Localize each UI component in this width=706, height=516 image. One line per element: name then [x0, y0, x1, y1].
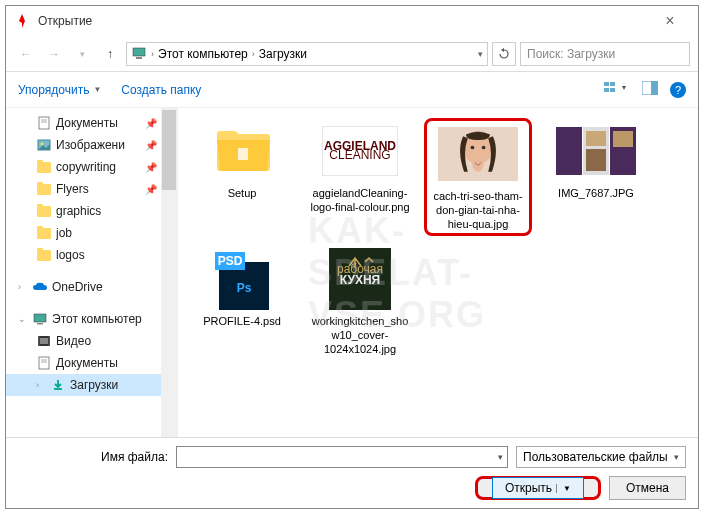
video-icon — [37, 335, 51, 347]
tree-thispc[interactable]: ⌄Этот компьютер — [6, 308, 177, 330]
svg-rect-34 — [586, 131, 606, 146]
pin-icon: 📌 — [145, 118, 157, 129]
svg-text:CLEANING: CLEANING — [329, 148, 390, 162]
back-button[interactable]: ← — [14, 42, 38, 66]
search-placeholder: Поиск: Загрузки — [527, 47, 615, 61]
svg-rect-5 — [610, 88, 615, 92]
titlebar: Открытие × — [6, 6, 698, 36]
svg-rect-16 — [40, 338, 48, 344]
folder-icon — [212, 126, 272, 176]
address-dropdown[interactable]: ▾ — [478, 49, 483, 59]
svg-rect-18 — [49, 336, 51, 346]
file-workingkitchen[interactable]: КУХНЯрабочая workingkitchen_show10_cover… — [306, 246, 414, 358]
file-list: KAK-SDELAT-VSE.ORG Setup AGGIELANDCLEANI… — [178, 108, 698, 437]
tree-copywriting[interactable]: copywriting📌 — [6, 156, 177, 178]
chevron-right-icon: › — [151, 49, 154, 59]
svg-rect-2 — [604, 82, 609, 86]
svg-text:рабочая: рабочая — [337, 262, 383, 276]
chevron-down-icon: ▼ — [556, 484, 571, 493]
file-aggieland-logo[interactable]: AGGIELANDCLEANING aggielandCleaning-logo… — [306, 118, 414, 236]
tree-documents[interactable]: Документы📌 — [6, 112, 177, 134]
svg-rect-23 — [238, 148, 248, 160]
svg-rect-8 — [39, 117, 49, 129]
filetype-filter[interactable]: Пользовательские файлы ▾ — [516, 446, 686, 468]
svg-rect-3 — [610, 82, 615, 86]
chevron-down-icon: ▾ — [674, 452, 679, 462]
breadcrumb-downloads[interactable]: Загрузки — [259, 47, 307, 61]
chevron-down-icon: ⌄ — [18, 314, 28, 324]
refresh-icon — [498, 48, 510, 60]
tree-downloads[interactable]: ›Загрузки — [6, 374, 177, 396]
svg-rect-1 — [136, 57, 142, 59]
toolbar: Упорядочить ▼ Создать папку ? — [6, 72, 698, 108]
window-title: Открытие — [38, 14, 650, 28]
tree-documents2[interactable]: Документы — [6, 352, 177, 374]
svg-point-31 — [472, 157, 483, 172]
breadcrumb-thispc[interactable]: Этот компьютер — [158, 47, 248, 61]
computer-icon — [33, 313, 47, 325]
file-cach-tri-seo[interactable]: cach-tri-seo-tham-don-gian-tai-nha-hieu-… — [424, 118, 532, 236]
tree-scrollbar[interactable] — [161, 108, 177, 437]
svg-rect-32 — [556, 127, 582, 175]
svg-point-29 — [471, 146, 475, 150]
tree-flyers[interactable]: Flyers📌 — [6, 178, 177, 200]
file-img-7687[interactable]: IMG_7687.JPG — [542, 118, 650, 236]
tree-onedrive[interactable]: ›OneDrive — [6, 276, 177, 298]
svg-rect-0 — [133, 48, 145, 56]
tree-video[interactable]: Видео — [6, 330, 177, 352]
tree-graphics[interactable]: graphics — [6, 200, 177, 222]
chevron-down-icon: ▾ — [498, 452, 503, 462]
refresh-button[interactable] — [492, 42, 516, 66]
yandex-icon — [14, 13, 30, 29]
open-button[interactable]: Открыть ▼ — [492, 477, 584, 499]
cancel-button[interactable]: Отмена — [609, 476, 686, 500]
open-button-highlight: Открыть ▼ — [475, 476, 601, 500]
svg-rect-7 — [651, 81, 658, 95]
forward-button[interactable]: → — [42, 42, 66, 66]
svg-point-30 — [482, 146, 486, 150]
chevron-right-icon: › — [36, 380, 46, 390]
tree-images[interactable]: Изображени📌 — [6, 134, 177, 156]
address-bar[interactable]: › Этот компьютер › Загрузки ▾ — [126, 42, 488, 66]
svg-rect-35 — [586, 149, 606, 171]
image-thumb: КУХНЯрабочая — [329, 248, 391, 310]
up-button[interactable]: ↑ — [98, 42, 122, 66]
help-icon[interactable]: ? — [670, 82, 686, 98]
close-button[interactable]: × — [650, 12, 690, 30]
preview-pane-icon[interactable] — [642, 81, 658, 98]
filename-label: Имя файла: — [18, 450, 168, 464]
onedrive-icon — [32, 282, 48, 292]
tree-job[interactable]: job — [6, 222, 177, 244]
file-setup-folder[interactable]: Setup — [188, 118, 296, 236]
svg-rect-17 — [38, 336, 40, 346]
pin-icon: 📌 — [145, 184, 157, 195]
navigation-bar: ← → ▾ ↑ › Этот компьютер › Загрузки ▾ По… — [6, 36, 698, 72]
tree-logos[interactable]: logos — [6, 244, 177, 266]
history-dropdown[interactable]: ▾ — [70, 42, 94, 66]
download-icon — [51, 378, 65, 392]
image-thumb — [556, 127, 636, 175]
organize-menu[interactable]: Упорядочить ▼ — [18, 83, 101, 97]
filename-input[interactable]: ▾ — [176, 446, 508, 468]
navigation-tree: Документы📌 Изображени📌 copywriting📌 Flye… — [6, 108, 178, 437]
svg-rect-13 — [34, 314, 46, 322]
pin-icon: 📌 — [145, 140, 157, 151]
svg-rect-37 — [613, 131, 633, 147]
chevron-right-icon: › — [18, 282, 28, 292]
psd-icon: PsPSD — [211, 248, 273, 310]
view-menu-icon[interactable] — [604, 80, 630, 99]
chevron-right-icon: › — [252, 49, 255, 59]
image-thumb — [438, 125, 518, 183]
svg-rect-4 — [604, 88, 609, 92]
file-open-dialog: Открытие × ← → ▾ ↑ › Этот компьютер › За… — [5, 5, 699, 509]
search-input[interactable]: Поиск: Загрузки — [520, 42, 690, 66]
svg-rect-14 — [37, 323, 43, 325]
new-folder-button[interactable]: Создать папку — [121, 83, 201, 97]
svg-text:Ps: Ps — [237, 281, 252, 295]
chevron-down-icon: ▼ — [93, 85, 101, 94]
svg-rect-19 — [39, 357, 49, 369]
computer-icon — [131, 46, 147, 62]
image-thumb: AGGIELANDCLEANING — [322, 126, 398, 176]
pin-icon: 📌 — [145, 162, 157, 173]
file-profile-psd[interactable]: PsPSD PROFILE-4.psd — [188, 246, 296, 358]
